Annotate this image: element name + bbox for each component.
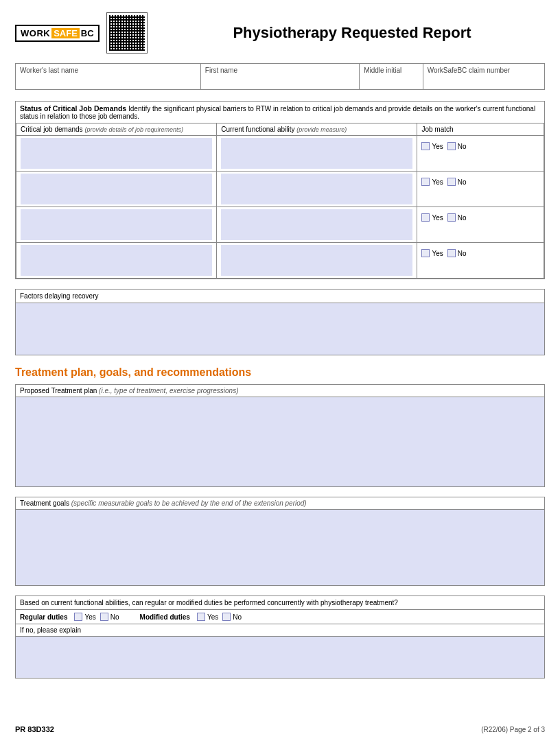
job-match-2: Yes No bbox=[421, 174, 539, 186]
yes-checkbox-4[interactable]: Yes bbox=[421, 249, 443, 257]
yes-cb-box-1[interactable] bbox=[421, 142, 430, 150]
table-row: Yes No bbox=[16, 207, 544, 243]
duties-row: Regular duties Yes No Modified duties Ye… bbox=[16, 610, 544, 624]
logo-bc-text: BC bbox=[81, 28, 94, 38]
no-checkbox-1[interactable]: No bbox=[447, 142, 467, 150]
no-checkbox-3[interactable]: No bbox=[447, 213, 467, 222]
treatment-section-title: Treatment plan, goals, and recommendatio… bbox=[15, 366, 545, 379]
modified-yes-cb-box[interactable] bbox=[197, 613, 205, 621]
factors-delaying-label: Factors delaying recovery bbox=[16, 290, 544, 303]
middle-initial-label: Middle initial bbox=[364, 67, 419, 74]
worker-last-name-label: Worker's last name bbox=[20, 67, 196, 74]
no-cb-box-4[interactable] bbox=[447, 249, 456, 257]
proposed-treatment-input[interactable] bbox=[16, 397, 544, 486]
func-ability-input-4[interactable] bbox=[221, 245, 412, 276]
func-ability-input-3[interactable] bbox=[221, 209, 412, 240]
logo-work-text: WORK bbox=[21, 28, 50, 38]
job-demand-input-1[interactable] bbox=[21, 138, 212, 169]
regular-yes-checkbox[interactable]: Yes bbox=[74, 613, 95, 621]
qr-pattern bbox=[109, 15, 145, 51]
treatment-goals-label: Treatment goals (specific measurable goa… bbox=[16, 497, 544, 510]
duties-question: Based on current functional abilities, c… bbox=[16, 596, 544, 610]
job-match-1: Yes No bbox=[421, 138, 539, 150]
regular-duties-label: Regular duties bbox=[20, 613, 67, 621]
col-match-header: Job match bbox=[417, 123, 544, 136]
modified-duties-label: Modified duties bbox=[140, 613, 190, 621]
regular-yes-cb-box[interactable] bbox=[74, 613, 82, 621]
logo-safe-text: SAFE bbox=[51, 28, 80, 38]
job-match-3: Yes No bbox=[421, 209, 539, 222]
no-cb-box-2[interactable] bbox=[447, 178, 456, 186]
treatment-goals-input[interactable] bbox=[16, 510, 544, 585]
page-title: Physiotherapy Requested Report bbox=[159, 24, 545, 42]
regular-duties-group: Regular duties Yes No bbox=[20, 613, 119, 621]
job-demand-input-2[interactable] bbox=[21, 174, 212, 204]
func-ability-input-1[interactable] bbox=[221, 138, 412, 169]
regular-no-cb-box[interactable] bbox=[100, 613, 108, 621]
factors-delaying-input[interactable] bbox=[16, 303, 544, 355]
claim-number-label: WorkSafeBC claim number bbox=[428, 67, 540, 74]
job-demand-input-4[interactable] bbox=[21, 245, 212, 276]
yes-cb-box-2[interactable] bbox=[421, 178, 430, 186]
col-func-header: Current functional ability (provide meas… bbox=[217, 123, 417, 136]
yes-cb-box-4[interactable] bbox=[421, 249, 430, 257]
job-match-4: Yes No bbox=[421, 245, 539, 257]
worksafe-logo: WORK SAFE BC bbox=[15, 25, 100, 42]
footer-page-info: (R22/06) Page 2 of 3 bbox=[481, 726, 545, 733]
table-row: Yes No bbox=[16, 243, 544, 279]
job-demands-table: Critical job demands (provide details of… bbox=[16, 123, 544, 279]
no-checkbox-2[interactable]: No bbox=[447, 178, 467, 186]
modified-yes-checkbox[interactable]: Yes bbox=[197, 613, 218, 621]
job-demand-input-3[interactable] bbox=[21, 209, 212, 240]
if-no-input[interactable] bbox=[16, 637, 544, 678]
col-job-header: Critical job demands (provide details of… bbox=[16, 123, 217, 136]
func-ability-input-2[interactable] bbox=[221, 174, 412, 204]
yes-checkbox-3[interactable]: Yes bbox=[421, 213, 443, 222]
critical-job-demands-header: Status of Critical Job Demands Identify … bbox=[16, 102, 544, 123]
critical-job-demands-section: Status of Critical Job Demands Identify … bbox=[15, 101, 545, 279]
regular-no-checkbox[interactable]: No bbox=[100, 613, 119, 621]
yes-checkbox-2[interactable]: Yes bbox=[421, 178, 443, 186]
modified-no-cb-box[interactable] bbox=[222, 613, 231, 621]
footer-form-number: PR 83D332 bbox=[15, 725, 54, 733]
table-row: Yes No bbox=[16, 172, 544, 207]
page-header: WORK SAFE BC Physiotherapy Requested Rep… bbox=[15, 12, 545, 54]
modified-no-checkbox[interactable]: No bbox=[222, 613, 242, 621]
qr-code bbox=[106, 12, 148, 54]
modified-duties-group: Modified duties Yes No bbox=[140, 613, 242, 621]
logo-area: WORK SAFE BC bbox=[15, 12, 159, 54]
page-footer: PR 83D332 (R22/06) Page 2 of 3 bbox=[15, 720, 545, 733]
duties-section: Based on current functional abilities, c… bbox=[15, 595, 545, 679]
proposed-treatment-box: Proposed Treatment plan (i.e., type of t… bbox=[15, 384, 545, 487]
yes-checkbox-1[interactable]: Yes bbox=[421, 142, 443, 150]
worker-info-table: Worker's last name First name Middle ini… bbox=[15, 63, 545, 90]
treatment-goals-box: Treatment goals (specific measurable goa… bbox=[15, 497, 545, 586]
factors-delaying-section: Factors delaying recovery bbox=[15, 289, 545, 355]
no-checkbox-4[interactable]: No bbox=[447, 249, 467, 257]
no-cb-box-1[interactable] bbox=[447, 142, 456, 150]
proposed-treatment-label: Proposed Treatment plan (i.e., type of t… bbox=[16, 385, 544, 397]
if-no-label: If no, please explain bbox=[16, 624, 544, 637]
no-cb-box-3[interactable] bbox=[447, 213, 456, 222]
yes-cb-box-3[interactable] bbox=[421, 213, 430, 222]
first-name-label: First name bbox=[205, 67, 355, 74]
critical-job-demands-title: Status of Critical Job Demands bbox=[20, 104, 126, 113]
table-row: Yes No bbox=[16, 136, 544, 172]
